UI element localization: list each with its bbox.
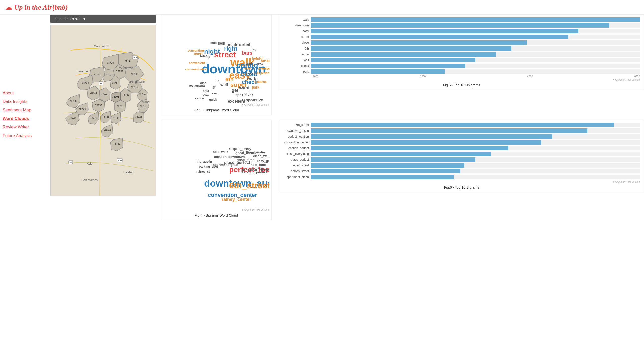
bar-fill	[311, 152, 491, 156]
axis-label: 3200	[420, 75, 426, 78]
bar-row: downtown	[283, 23, 640, 28]
map-svg: 78717 78729 78726 78727 78759 78753	[51, 25, 156, 196]
svg-text:78746: 78746	[101, 93, 108, 96]
bar-label: walk	[283, 18, 311, 21]
bar-row: location_perfect	[283, 146, 640, 150]
svg-text:78754: 78754	[139, 93, 146, 96]
bottom-row: downtown_austin6th_streetperfect_locatio…	[161, 120, 644, 220]
fig5-bars: walkdowntowneasystreetclose6thcondowellc…	[283, 17, 640, 74]
svg-text:78736: 78736	[79, 107, 86, 110]
bar-label: convention_center	[283, 141, 311, 144]
word-awesome: awesome	[258, 66, 269, 70]
word-one: one	[244, 66, 251, 70]
zipcode-dropdown[interactable]: Zipcode: 78701 ▼	[50, 15, 156, 23]
sidebar-item-about[interactable]: About	[3, 90, 48, 96]
svg-text:Round Rock: Round Rock	[118, 66, 135, 70]
bar-fill	[311, 29, 578, 33]
word-easy_get: easy_get	[257, 159, 269, 163]
fig4-label: Fig.4 - Bigrams Word Cloud	[164, 213, 269, 217]
word-rainey_st: rainey_st	[196, 170, 210, 173]
fig3-panel: downtownwalkeasystreetcondoclosechecknig…	[161, 15, 272, 115]
bar-track	[311, 46, 640, 51]
page-body: Zipcode: 78701 ▼	[50, 15, 644, 349]
svg-text:78749: 78749	[90, 117, 97, 119]
bar-row: rainey_street	[283, 163, 640, 168]
fig4-watermark: ✦ AnyChart Trial Version	[164, 209, 269, 211]
sidebar-item-review-writer[interactable]: Review Writer	[3, 124, 48, 130]
zipcode-label: Zipcode: 78701	[54, 17, 80, 21]
svg-text:78730: 78730	[93, 74, 100, 77]
svg-text:78757: 78757	[112, 81, 119, 84]
word-place_perfect: place_perfect	[224, 160, 250, 165]
svg-text:78717: 78717	[125, 59, 132, 62]
word-quick: quick	[209, 98, 217, 101]
fig4-wordcloud: downtown_austin6th_streetperfect_locatio…	[164, 123, 269, 208]
fig6-panel: 6th_streetdowntown_austinperfect_locatio…	[279, 120, 644, 192]
bar-track	[311, 128, 640, 133]
bar-row: street	[283, 35, 640, 39]
word-locat: locat	[202, 93, 209, 96]
map-container: 78717 78729 78726 78727 78759 78753	[50, 25, 156, 196]
word-center: center	[195, 97, 204, 100]
fig4-panel: downtown_austin6th_streetperfect_locatio…	[161, 120, 272, 220]
bar-row: easy	[283, 29, 640, 33]
axis-label: 6400	[634, 75, 640, 78]
bar-track	[311, 17, 640, 22]
word-airbnb: airbnb	[239, 42, 252, 47]
word-next_time: next_time	[251, 163, 266, 167]
word-go: go	[213, 85, 217, 89]
sidebar-item-sentiment-map[interactable]: Sentiment Map	[3, 107, 48, 113]
map-section: Zipcode: 78701 ▼	[50, 15, 156, 349]
bar-track	[311, 157, 640, 162]
bar-track	[311, 35, 640, 39]
bar-row: apartment_clean	[283, 175, 640, 179]
bar-fill	[311, 52, 496, 57]
svg-text:San Marcos: San Marcos	[82, 178, 98, 182]
svg-text:Kyle: Kyle	[87, 162, 93, 165]
word-parking_spot: parking_spot	[199, 165, 218, 168]
svg-text:35: 35	[69, 161, 72, 164]
word-experience: experience	[257, 71, 269, 75]
bar-row: convention_center	[283, 140, 640, 145]
bar-fill	[311, 58, 475, 62]
axis-label: 4800	[527, 75, 533, 78]
bar-row: downtown_austin	[283, 128, 640, 133]
sidebar-item-word-clouds[interactable]: Word Clouds	[3, 116, 48, 122]
bar-row: perfect_location	[283, 134, 640, 139]
fig3-watermark: ✦ AnyChart Trial Version	[164, 103, 269, 106]
fig5-watermark: ✦ AnyChart Trial Version	[283, 78, 640, 81]
word-area: area	[203, 89, 209, 93]
word-trip_austin: trip_austin	[196, 160, 212, 163]
fig5-axis: 1600320048006400	[313, 75, 640, 78]
word-excellent: excellent	[228, 99, 245, 103]
svg-text:78734: 78734	[82, 81, 89, 84]
bar-row: 6th_street	[283, 123, 640, 127]
bar-track	[311, 52, 640, 57]
word-communication: communication	[185, 68, 208, 71]
fig6-watermark: ✦ AnyChart Trial Version	[283, 181, 640, 183]
bar-label: street	[283, 35, 311, 39]
word-also: also	[200, 81, 206, 85]
bar-label: 6th_street	[283, 123, 311, 127]
word-6th: 6th	[225, 76, 234, 83]
word-well: well	[220, 83, 228, 87]
svg-text:78737: 78737	[69, 117, 76, 119]
svg-text:Leander: Leander	[78, 70, 89, 73]
sidebar-item-data-insights[interactable]: Data Insights	[3, 99, 48, 105]
bar-fill	[311, 40, 527, 45]
word-time_austin: time_austin	[247, 150, 265, 154]
word-top_trip: top_trip	[252, 167, 263, 170]
svg-text:Lockhart: Lockhart	[123, 171, 135, 174]
bar-track	[311, 140, 640, 145]
bar-fill	[311, 146, 508, 150]
bar-fill	[311, 17, 640, 22]
word-it: it	[217, 78, 219, 82]
word-location_perfect: location_perfect	[242, 170, 267, 174]
bar-track	[311, 58, 640, 62]
bar-label: 6th	[283, 47, 311, 50]
word-able_walk: able_walk	[213, 150, 228, 154]
word-could: could	[248, 71, 257, 75]
sidebar: AboutData InsightsSentiment MapWord Clou…	[0, 15, 50, 349]
sidebar-item-future-analysis[interactable]: Future Analysis	[3, 133, 48, 139]
bar-label: location_perfect	[283, 146, 311, 150]
